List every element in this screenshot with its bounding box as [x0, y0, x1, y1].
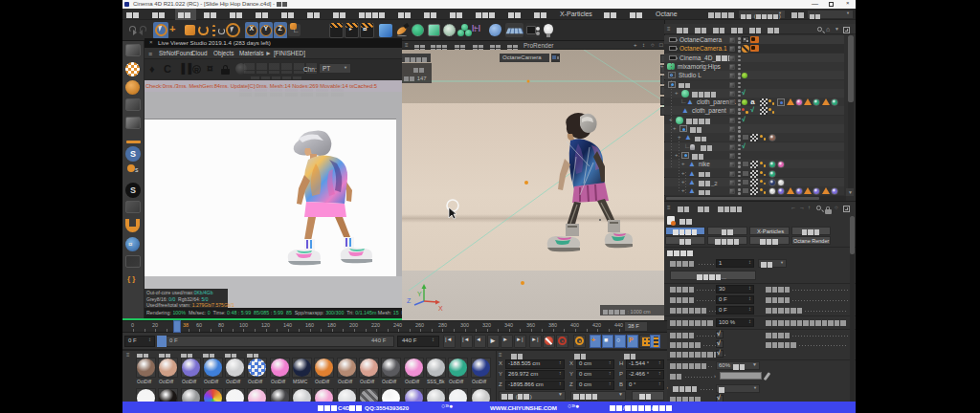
svg-text:X: X [438, 305, 443, 312]
svg-text:Y: Y [417, 291, 422, 297]
svg-text:Z: Z [407, 297, 412, 304]
